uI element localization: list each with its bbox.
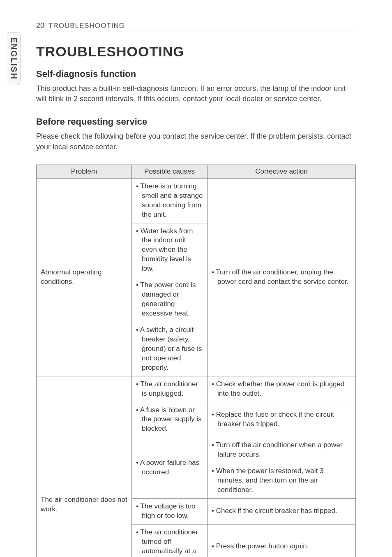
self-diagnosis-text: This product has a built-in self-diagnos… <box>36 84 356 104</box>
action-cell: • Check if the circuit breaker has tripp… <box>208 499 356 525</box>
table-row: The air conditioner does not work. • The… <box>37 376 356 402</box>
cause-cell: • The voltage is too high or too low. <box>132 499 208 525</box>
cause-text: • The power cord is damaged or generatin… <box>136 281 203 318</box>
action-cell: • Check whether the power cord is plugge… <box>208 376 356 402</box>
problem-cell: Abnormal operating conditions. <box>37 178 132 376</box>
page-title: TROUBLESHOOTING <box>36 44 356 60</box>
action-text: • Check if the circuit breaker has tripp… <box>212 506 351 516</box>
action-cell: • Press the power button again. <box>208 524 356 557</box>
action-text: • When the power is restored, wait 3 min… <box>212 466 351 495</box>
header-action: Corrective action <box>208 165 356 178</box>
page-header: 20 TROUBLESHOOTING <box>36 21 356 32</box>
cause-text: • The voltage is too high or too low. <box>136 502 203 521</box>
cause-cell: • Water leaks from the indoor unit even … <box>132 223 208 277</box>
action-cell: • Turn off the air conditioner when a po… <box>208 437 356 463</box>
header-causes: Possible causes <box>132 165 208 178</box>
cause-text: • A switch, a circuit breaker (safety, g… <box>136 325 203 373</box>
before-service-heading: Before requesting service <box>36 116 356 127</box>
action-text: • Check whether the power cord is plugge… <box>212 380 351 399</box>
action-text: • Press the power button again. <box>212 542 351 551</box>
cause-text: • A fuse is blown or the power supply is… <box>136 406 203 434</box>
table-header-row: Problem Possible causes Corrective actio… <box>37 165 356 178</box>
cause-cell: • A fuse is blown or the power supply is… <box>132 402 208 437</box>
action-cell: • When the power is restored, wait 3 min… <box>208 463 356 499</box>
cause-cell: • The air conditioner is unplugged. <box>132 376 208 402</box>
self-diagnosis-heading: Self-diagnosis function <box>36 69 356 79</box>
action-cell: • Replace the fuse or check if the circu… <box>208 402 356 437</box>
header-problem: Problem <box>37 165 132 178</box>
cause-cell: • There is a burning smell and a strange… <box>132 178 208 223</box>
cause-cell: • A switch, a circuit breaker (safety, g… <box>132 322 208 376</box>
cause-text: • The air conditioner turned off automat… <box>136 528 203 557</box>
action-cell: • Turn off the air conditioner, unplug t… <box>208 178 356 376</box>
cause-cell: • The power cord is damaged or generatin… <box>132 277 208 322</box>
cause-text: • Water leaks from the indoor unit even … <box>136 227 203 274</box>
action-text: • Replace the fuse or check if the circu… <box>212 410 351 429</box>
problem-cell: The air conditioner does not work. <box>37 376 132 557</box>
cause-text: • The air conditioner is unplugged. <box>136 380 203 399</box>
action-text: • Turn off the air conditioner, unplug t… <box>212 268 351 287</box>
cause-text: • There is a burning smell and a strange… <box>136 182 203 220</box>
language-tab: ENGLISH <box>7 32 21 85</box>
action-text: • Turn off the air conditioner when a po… <box>212 441 351 460</box>
cause-cell: • A power failure has occurred. <box>132 437 208 499</box>
before-service-text: Please check the following before you co… <box>36 131 356 152</box>
table-row: Abnormal operating conditions. • There i… <box>37 178 356 223</box>
header-section-label: TROUBLESHOOTING <box>48 22 125 30</box>
page-number: 20 <box>36 21 44 30</box>
cause-text: • A power failure has occurred. <box>136 458 203 477</box>
cause-cell: • The air conditioner turned off automat… <box>132 524 208 557</box>
troubleshooting-table: Problem Possible causes Corrective actio… <box>36 165 356 557</box>
